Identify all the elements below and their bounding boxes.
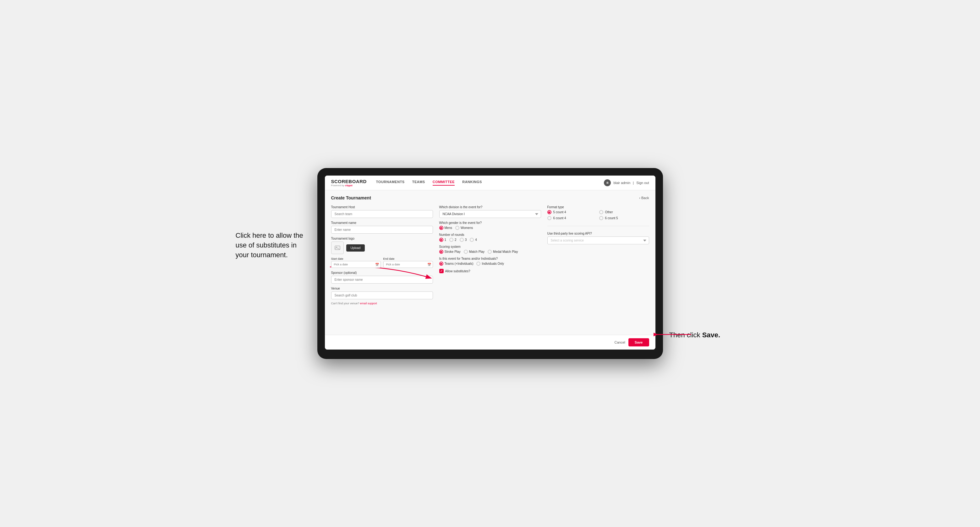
date-row: Start date 📅 End date [331, 257, 433, 268]
rounds-radio-group: 1 2 3 [439, 238, 541, 242]
sponsor-input[interactable] [331, 276, 433, 284]
format-6count4-radio[interactable] [547, 216, 551, 220]
tournament-name-input[interactable] [331, 226, 433, 234]
division-select[interactable]: NCAA Division I [439, 210, 541, 218]
scoring-stroke-play-radio[interactable] [439, 250, 443, 254]
format-5count4[interactable]: 5 count 4 [547, 210, 597, 214]
sign-out-link[interactable]: Sign out [636, 181, 649, 185]
scoring-api-group: Use third-party live scoring API? Select… [547, 232, 649, 244]
scoring-match-play-radio[interactable] [464, 250, 468, 254]
user-avatar: B [604, 179, 611, 186]
division-group: Which division is the event for? NCAA Di… [439, 205, 541, 218]
gender-womens[interactable]: Womens [455, 226, 473, 230]
rounds-2-label: 2 [455, 238, 457, 241]
event-individuals[interactable]: Individuals Only [476, 262, 504, 266]
back-link[interactable]: ‹ Back [639, 196, 649, 200]
event-type-label: Is this event for Teams and/or Individua… [439, 257, 541, 260]
cancel-button[interactable]: Cancel [614, 340, 625, 344]
venue-group: Venue Can't find your venue? email suppo… [331, 287, 433, 305]
scoring-api-select[interactable]: Select a scoring service [547, 237, 649, 244]
save-button[interactable]: Save [628, 338, 649, 346]
rounds-label: Number of rounds [439, 233, 541, 237]
allow-substitutes-checkbox[interactable]: ✓ [439, 269, 444, 273]
page-title: Create Tournament [331, 195, 371, 200]
form-col-1: Tournament Host Tournament name Tourname… [331, 205, 433, 305]
allow-substitutes-group: ✓ Allow substitutes? [439, 269, 541, 273]
scoring-medal-match-play[interactable]: Medal Match Play [488, 250, 518, 254]
nav-rankings[interactable]: RANKINGS [462, 180, 482, 186]
nav-committee[interactable]: COMMITTEE [433, 180, 455, 186]
form-grid: Tournament Host Tournament name Tourname… [331, 205, 649, 305]
start-date-calendar-icon: 📅 [375, 263, 379, 266]
format-type-grid: 5 count 4 Other 6 count 4 [547, 210, 649, 220]
format-other[interactable]: Other [599, 210, 649, 214]
format-6count5[interactable]: 6 count 5 [599, 216, 649, 220]
format-6count5-label: 6 count 5 [605, 216, 618, 220]
allow-substitutes-label: Allow substitutes? [445, 270, 470, 273]
rounds-3[interactable]: 3 [460, 238, 467, 242]
event-teams[interactable]: Teams (+Individuals) [439, 262, 474, 266]
tournament-host-label: Tournament Host [331, 205, 433, 209]
start-date-wrap: 📅 [331, 261, 381, 268]
scoring-medal-match-play-radio[interactable] [488, 250, 492, 254]
gender-mens[interactable]: Mens [439, 226, 452, 230]
rounds-2[interactable]: 2 [449, 238, 457, 242]
format-type-group: Format type 5 count 4 Other [547, 205, 649, 220]
format-6count4-label: 6 count 4 [553, 216, 566, 220]
format-5count4-label: 5 count 4 [553, 210, 566, 214]
rounds-3-radio[interactable] [460, 238, 464, 242]
format-6count4[interactable]: 6 count 4 [547, 216, 597, 220]
scoring-match-play[interactable]: Match Play [464, 250, 485, 254]
allow-substitutes-item[interactable]: ✓ Allow substitutes? [439, 269, 541, 273]
tournament-name-group: Tournament name [331, 221, 433, 234]
scoring-stroke-play-label: Stroke Play [445, 250, 461, 254]
event-type-radio-group: Teams (+Individuals) Individuals Only [439, 262, 541, 266]
logo-upload-area: Upload [331, 241, 433, 254]
upload-button[interactable]: Upload [346, 244, 365, 252]
page-content: Create Tournament ‹ Back Tournament Host… [325, 190, 655, 335]
rounds-group: Number of rounds 1 2 [439, 233, 541, 242]
tournament-host-input[interactable] [331, 210, 433, 218]
format-6count5-radio[interactable] [599, 216, 603, 220]
email-support-link[interactable]: email support [360, 302, 377, 305]
dates-group: Start date 📅 End date [331, 257, 433, 268]
venue-label: Venue [331, 287, 433, 290]
gender-radio-group: Mens Womens [439, 226, 541, 230]
nav-teams[interactable]: TEAMS [412, 180, 425, 186]
format-other-radio[interactable] [599, 210, 603, 214]
start-date-input[interactable] [331, 261, 381, 268]
tournament-host-group: Tournament Host [331, 205, 433, 218]
scoring-match-play-label: Match Play [469, 250, 485, 254]
gender-mens-label: Mens [445, 226, 452, 230]
event-individuals-radio[interactable] [476, 262, 480, 266]
rounds-1-radio[interactable] [439, 238, 443, 242]
gender-womens-radio[interactable] [455, 226, 459, 230]
format-type-label: Format type [547, 205, 649, 209]
nav-separator: | [633, 181, 634, 185]
logo-powered: Powered by clippd [331, 184, 367, 187]
format-5count4-radio[interactable] [547, 210, 551, 214]
image-icon [335, 245, 340, 251]
gender-womens-label: Womens [461, 226, 473, 230]
tournament-logo-label: Tournament logo [331, 237, 433, 240]
rounds-2-radio[interactable] [449, 238, 453, 242]
start-date-label: Start date [331, 257, 381, 260]
form-col-3: Format type 5 count 4 Other [547, 205, 649, 305]
event-teams-label: Teams (+Individuals) [445, 262, 474, 265]
scoring-stroke-play[interactable]: Stroke Play [439, 250, 461, 254]
format-other-label: Other [605, 210, 613, 214]
event-teams-radio[interactable] [439, 262, 443, 266]
rounds-4[interactable]: 4 [470, 238, 477, 242]
nav-tournaments[interactable]: TOURNAMENTS [376, 180, 405, 186]
logo-area: SCOREBOARD Powered by clippd [331, 179, 367, 187]
venue-input[interactable] [331, 292, 433, 299]
end-date-input[interactable] [383, 261, 433, 268]
rounds-1[interactable]: 1 [439, 238, 447, 242]
tournament-logo-group: Tournament logo Upload [331, 237, 433, 254]
scoring-system-label: Scoring system [439, 245, 541, 248]
venue-help: Can't find your venue? email support [331, 302, 433, 305]
sponsor-label: Sponsor (optional) [331, 271, 433, 275]
rounds-4-radio[interactable] [470, 238, 474, 242]
scoring-api-label: Use third-party live scoring API? [547, 232, 649, 235]
gender-mens-radio[interactable] [439, 226, 443, 230]
